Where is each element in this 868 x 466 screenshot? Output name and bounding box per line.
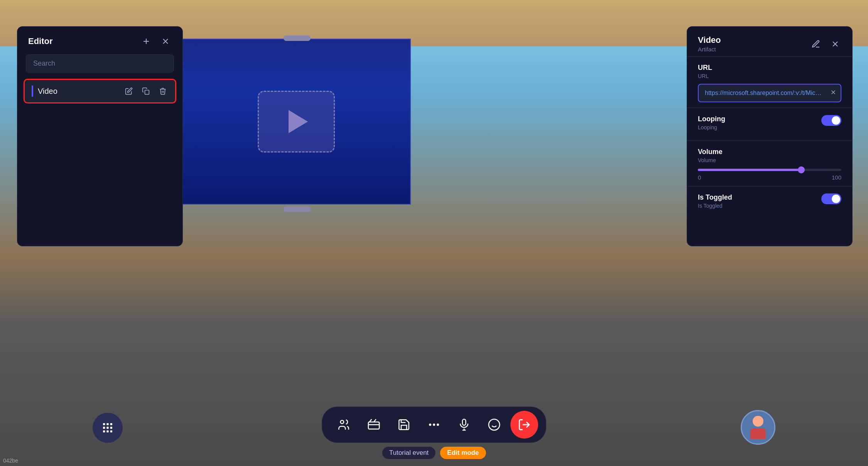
url-sublabel: URL <box>698 73 841 79</box>
main-screen <box>181 39 411 205</box>
svg-rect-17 <box>110 430 112 432</box>
looping-label: Looping <box>698 115 725 123</box>
is-toggled-toggle-thumb <box>832 195 840 203</box>
volume-slider-track[interactable] <box>698 169 841 171</box>
copy-icon <box>142 87 150 95</box>
svg-rect-4 <box>145 90 149 95</box>
is-toggled-toggle-track <box>821 193 841 204</box>
is-toggled-sublabel: Is Toggled <box>698 203 732 209</box>
search-input[interactable] <box>26 54 174 73</box>
more-icon <box>427 423 441 427</box>
looping-toggle-thumb <box>832 116 840 125</box>
toolbar-mic-button[interactable] <box>450 411 478 439</box>
status-bar: Tutorial event Edit mode <box>382 447 486 459</box>
edit-icon <box>125 87 133 95</box>
svg-rect-19 <box>368 422 379 429</box>
volume-slider-fill <box>698 169 801 171</box>
artifact-header-actions <box>810 38 841 50</box>
clear-icon <box>830 89 837 96</box>
url-input[interactable] <box>698 84 841 102</box>
plus-icon <box>142 37 151 46</box>
svg-rect-10 <box>106 423 108 425</box>
svg-point-18 <box>341 420 344 424</box>
svg-rect-12 <box>103 427 105 429</box>
url-section: URL URL <box>687 57 852 108</box>
looping-sublabel: Looping <box>698 124 725 130</box>
volume-label: Volume <box>698 148 841 156</box>
video-delete-button[interactable] <box>157 86 168 97</box>
url-input-container <box>698 84 841 102</box>
video-copy-button[interactable] <box>140 86 151 97</box>
avatar-button[interactable] <box>741 410 775 445</box>
artifact-panel: Video Artifact URL URL <box>687 26 853 246</box>
mic-icon <box>458 418 471 431</box>
editor-header: Editor <box>17 27 182 54</box>
artifact-subtitle: Artifact <box>698 46 721 53</box>
avatar-body <box>750 428 766 439</box>
avatar-head <box>753 416 763 427</box>
url-clear-button[interactable] <box>830 89 837 98</box>
editor-title: Editor <box>28 36 53 46</box>
slider-labels: 0 100 <box>698 174 841 181</box>
editor-close-button[interactable] <box>159 35 172 47</box>
movie-icon <box>367 418 380 431</box>
pen-icon <box>811 39 821 49</box>
video-item-actions <box>123 86 168 97</box>
artifact-close-button[interactable] <box>829 38 841 50</box>
volume-slider-thumb[interactable] <box>798 166 805 173</box>
slider-max: 100 <box>832 174 841 181</box>
artifact-edit-button[interactable] <box>810 38 822 50</box>
video-placeholder <box>258 91 335 153</box>
toolbar-save-button[interactable] <box>390 411 418 439</box>
bottom-left-id: 042be <box>3 458 18 464</box>
edit-mode-badge: Edit mode <box>440 447 486 459</box>
svg-rect-14 <box>110 427 112 429</box>
svg-point-22 <box>433 424 435 426</box>
looping-labels: Looping Looping <box>698 115 725 135</box>
artifact-title-group: Video Artifact <box>698 35 721 53</box>
svg-rect-15 <box>103 430 105 432</box>
volume-section: Volume Volume 0 100 <box>687 141 852 186</box>
svg-point-21 <box>429 424 431 426</box>
volume-slider-container: 0 100 <box>698 169 841 181</box>
search-container <box>26 54 174 73</box>
looping-toggle-track <box>821 115 841 126</box>
video-list-item[interactable]: Video <box>24 79 176 103</box>
exit-icon <box>518 418 531 431</box>
toolbar-exit-button[interactable] <box>510 411 538 439</box>
save-icon <box>397 418 410 431</box>
svg-rect-24 <box>463 419 466 425</box>
toolbar-more-button[interactable] <box>420 411 448 439</box>
editor-add-button[interactable] <box>140 35 152 47</box>
svg-rect-9 <box>103 423 105 425</box>
video-item-indicator <box>32 85 33 97</box>
volume-sublabel: Volume <box>698 157 841 163</box>
avatar-figure <box>745 414 772 441</box>
is-toggled-toggle[interactable] <box>821 193 841 204</box>
artifact-header: Video Artifact <box>687 27 852 56</box>
screen-handle-top <box>284 36 311 41</box>
play-icon <box>289 110 308 133</box>
looping-row: Looping Looping <box>698 115 841 135</box>
toolbar-people-button[interactable] <box>330 411 358 439</box>
svg-rect-11 <box>110 423 112 425</box>
trash-icon <box>159 87 167 95</box>
people-icon <box>337 418 350 431</box>
is-toggled-section: Is Toggled Is Toggled <box>687 186 852 219</box>
slider-min: 0 <box>698 174 701 181</box>
video-edit-button[interactable] <box>123 86 134 97</box>
artifact-title: Video <box>698 35 721 45</box>
grid-button[interactable] <box>93 413 123 443</box>
editor-panel: Editor Video <box>17 26 183 246</box>
svg-rect-16 <box>106 430 108 432</box>
svg-rect-13 <box>106 427 108 429</box>
screen-handle-bottom <box>284 207 311 212</box>
event-badge: Tutorial event <box>382 447 436 459</box>
looping-section: Looping Looping <box>687 108 852 141</box>
video-item-label: Video <box>38 87 119 96</box>
toolbar-emoji-button[interactable] <box>480 411 508 439</box>
svg-point-23 <box>437 424 439 426</box>
toolbar-movie-button[interactable] <box>360 411 388 439</box>
emoji-icon <box>488 418 501 431</box>
looping-toggle[interactable] <box>821 115 841 126</box>
